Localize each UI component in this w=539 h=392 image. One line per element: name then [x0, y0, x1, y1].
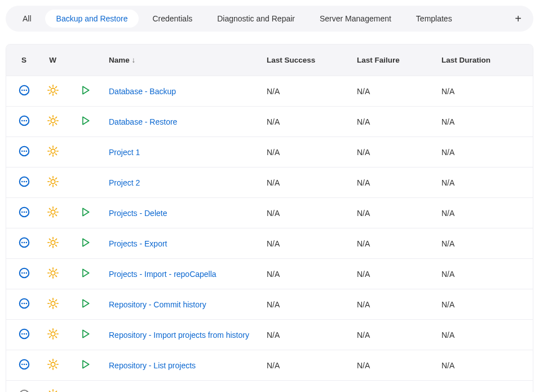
sort-descending-icon: ↓	[132, 56, 136, 64]
add-tab-button[interactable]: +	[509, 9, 528, 28]
last-failure-value: N/A	[350, 228, 435, 259]
table-row: Projects - DeleteN/AN/AN/A	[6, 198, 533, 228]
last-success-value: N/A	[260, 137, 350, 168]
job-name-link[interactable]: Repository - Import projects from histor…	[109, 331, 249, 340]
weather-sunny-icon[interactable]	[47, 236, 59, 250]
last-failure-value: N/A	[350, 107, 435, 137]
job-name-link[interactable]: Project 2	[109, 178, 140, 187]
last-duration-value: N/A	[435, 350, 533, 381]
last-success-value: N/A	[260, 228, 350, 259]
weather-sunny-icon[interactable]	[47, 267, 59, 281]
column-header-last-failure[interactable]: Last Failure	[350, 45, 435, 76]
last-duration-value: N/A	[435, 198, 533, 228]
column-header-name-label: Name	[109, 56, 130, 64]
job-name-link[interactable]: Project 1	[109, 148, 140, 157]
notbuilt-status-icon[interactable]	[18, 175, 30, 190]
column-header-name[interactable]: Name ↓	[102, 45, 260, 76]
job-name-link[interactable]: Repository - List projects	[109, 361, 196, 370]
column-header-play	[68, 45, 102, 76]
table-row: Repository - List projectsN/AN/AN/A	[6, 350, 533, 381]
last-failure-value: N/A	[350, 259, 435, 289]
last-success-value: N/A	[260, 320, 350, 350]
tab-backup-and-restore[interactable]: Backup and Restore	[45, 10, 139, 28]
last-duration-value: N/A	[435, 381, 533, 393]
last-failure-value: N/A	[350, 350, 435, 381]
column-header-last-duration[interactable]: Last Duration	[435, 45, 533, 76]
weather-sunny-icon[interactable]	[47, 84, 59, 98]
run-job-button[interactable]	[79, 85, 91, 98]
tab-diagnostic-and-repair[interactable]: Diagnostic and Repair	[206, 10, 306, 28]
table-row: Repository - Import projects from histor…	[6, 320, 533, 350]
last-success-value: N/A	[260, 198, 350, 228]
run-job-button[interactable]	[79, 115, 91, 128]
notbuilt-status-icon[interactable]	[18, 358, 30, 372]
last-success-value: N/A	[260, 168, 350, 198]
notbuilt-status-icon[interactable]	[18, 267, 30, 281]
job-name-link[interactable]: Database - Restore	[109, 117, 177, 126]
table-row: Project 1N/AN/AN/A	[6, 137, 533, 168]
last-duration-value: N/A	[435, 76, 533, 107]
table-row: Projects - ExportN/AN/AN/A	[6, 228, 533, 259]
tab-templates[interactable]: Templates	[405, 10, 463, 28]
weather-sunny-icon[interactable]	[47, 358, 59, 372]
notbuilt-status-icon[interactable]	[18, 297, 30, 311]
job-name-link[interactable]: Projects - Export	[109, 239, 167, 248]
notbuilt-status-icon[interactable]	[18, 206, 30, 220]
last-duration-value: N/A	[435, 168, 533, 198]
last-duration-value: N/A	[435, 137, 533, 168]
run-job-button[interactable]	[79, 298, 91, 311]
column-header-status[interactable]: S	[6, 45, 37, 76]
last-duration-value: N/A	[435, 228, 533, 259]
last-duration-value: N/A	[435, 289, 533, 320]
run-job-button[interactable]	[79, 359, 91, 372]
table-row: Database - BackupN/AN/AN/A	[6, 76, 533, 107]
table-row: Project 2N/AN/AN/A	[6, 168, 533, 198]
weather-sunny-icon[interactable]	[47, 328, 59, 342]
last-failure-value: N/A	[350, 381, 435, 393]
last-failure-value: N/A	[350, 198, 435, 228]
disabled-status-icon[interactable]	[18, 389, 30, 392]
last-success-value: N/A	[260, 107, 350, 137]
table-row: Database - RestoreN/AN/AN/A	[6, 107, 533, 137]
weather-sunny-icon[interactable]	[47, 297, 59, 311]
last-failure-value: N/A	[350, 320, 435, 350]
last-failure-value: N/A	[350, 76, 435, 107]
last-duration-value: N/A	[435, 259, 533, 289]
weather-sunny-icon[interactable]	[47, 206, 59, 220]
notbuilt-status-icon[interactable]	[18, 236, 30, 250]
table-row: Projects - Import - repoCapellaN/AN/AN/A	[6, 259, 533, 289]
weather-sunny-icon[interactable]	[47, 145, 59, 159]
tab-credentials[interactable]: Credentials	[141, 10, 204, 28]
last-failure-value: N/A	[350, 137, 435, 168]
weather-sunny-icon[interactable]	[47, 175, 59, 190]
job-name-link[interactable]: Repository - Commit history	[109, 300, 206, 309]
weather-sunny-icon[interactable]	[47, 114, 59, 129]
last-failure-value: N/A	[350, 168, 435, 198]
notbuilt-status-icon[interactable]	[18, 145, 30, 159]
tabs-bar: AllBackup and RestoreCredentialsDiagnost…	[6, 6, 533, 32]
column-header-weather[interactable]: W	[37, 45, 68, 76]
tab-server-management[interactable]: Server Management	[308, 10, 403, 28]
last-duration-value: N/A	[435, 320, 533, 350]
last-duration-value: N/A	[435, 107, 533, 137]
last-success-value: N/A	[260, 259, 350, 289]
run-job-button[interactable]	[79, 206, 91, 219]
job-name-link[interactable]: Projects - Import - repoCapella	[109, 270, 217, 279]
last-success-value: N/A	[260, 76, 350, 107]
column-header-last-success[interactable]: Last Success	[260, 45, 350, 76]
notbuilt-status-icon[interactable]	[18, 328, 30, 342]
table-row: Repository - Commit historyN/AN/AN/A	[6, 289, 533, 320]
weather-sunny-icon[interactable]	[47, 389, 59, 392]
job-name-link[interactable]: Projects - Delete	[109, 209, 167, 218]
tab-all[interactable]: All	[11, 10, 43, 28]
job-name-link[interactable]: Database - Backup	[109, 87, 176, 96]
table-row: User profile - Import modelN/AN/AN/A	[6, 381, 533, 393]
last-success-value: N/A	[260, 350, 350, 381]
notbuilt-status-icon[interactable]	[18, 84, 30, 98]
run-job-button[interactable]	[79, 328, 91, 341]
last-success-value: N/A	[260, 289, 350, 320]
notbuilt-status-icon[interactable]	[18, 114, 30, 129]
run-job-button[interactable]	[79, 237, 91, 250]
run-job-button[interactable]	[79, 267, 91, 280]
jobs-table: S W Name ↓ Last Success Last Failure Las…	[6, 44, 533, 392]
